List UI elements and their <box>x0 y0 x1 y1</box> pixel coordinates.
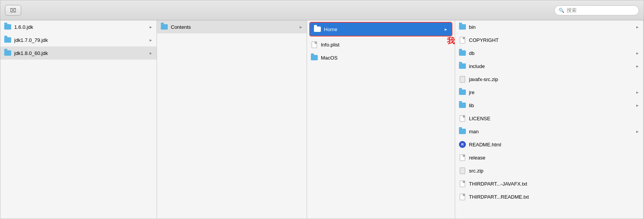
list-item[interactable]: bin ► <box>455 20 643 33</box>
column-3: Home ► Info.plist MacOS 我们想要的目录 <box>307 20 455 219</box>
column-3-content: Home ► Info.plist MacOS 我们想要的目录 <box>307 20 455 64</box>
toolbar: ⌧ 🔍 搜索 <box>0 0 644 20</box>
list-item[interactable]: THIRDPART...README.txt <box>455 190 643 203</box>
item-name: lib <box>469 103 632 108</box>
list-item[interactable]: jdk1.8.0_60.jdk ► <box>0 46 157 60</box>
folder-icon <box>459 89 466 95</box>
arrow-icon: ► <box>636 64 639 68</box>
folder-icon <box>459 50 466 56</box>
list-item[interactable]: man ► <box>455 125 643 138</box>
folder-icon <box>459 102 466 108</box>
list-item[interactable]: THIRDPART...-JAVAFX.txt <box>455 177 643 190</box>
arrow-icon: ► <box>444 27 448 32</box>
file-icon <box>459 76 466 82</box>
column-4: bin ► COPYRIGHT db ► include ► javafx-sr… <box>455 20 644 219</box>
list-item[interactable]: jre ► <box>455 86 643 99</box>
list-item[interactable]: release <box>455 151 643 164</box>
list-item-home[interactable]: Home ► <box>310 23 452 36</box>
item-name: Home <box>324 27 441 32</box>
search-icon: 🔍 <box>559 8 564 13</box>
list-item[interactable]: src.zip <box>455 164 643 177</box>
item-name: LICENSE <box>469 116 639 121</box>
list-item[interactable]: jdk1.7.0_79.jdk ► <box>0 33 157 46</box>
file-icon: R <box>459 141 466 148</box>
back-icon: ⌧ <box>10 7 16 13</box>
arrow-icon: ► <box>149 51 153 55</box>
list-item[interactable]: include ► <box>455 60 643 73</box>
item-name: src.zip <box>469 168 639 174</box>
arrow-icon: ► <box>636 25 639 29</box>
item-name: MacOS <box>321 55 451 61</box>
folder-icon <box>4 37 11 43</box>
back-button[interactable]: ⌧ <box>5 5 21 16</box>
folder-icon <box>161 24 168 30</box>
folder-icon <box>459 63 466 69</box>
list-item[interactable]: db ► <box>455 46 643 60</box>
list-item[interactable]: lib ► <box>455 99 643 112</box>
item-name: man <box>469 129 632 134</box>
home-wrapper: Home ► <box>307 20 455 38</box>
column-2: Contents ► <box>157 20 307 219</box>
content-area: 1.6.0.jdk ► jdk1.7.0_79.jdk ► jdk1.8.0_6… <box>0 20 644 219</box>
arrow-icon: ► <box>636 51 639 55</box>
arrow-icon: ► <box>636 103 639 108</box>
file-icon <box>459 37 466 43</box>
arrow-icon: ► <box>636 90 639 95</box>
file-icon <box>459 181 466 187</box>
file-icon <box>459 115 466 121</box>
item-name: THIRDPART...README.txt <box>469 194 639 200</box>
item-name: jre <box>469 90 632 95</box>
column-1: 1.6.0.jdk ► jdk1.7.0_79.jdk ► jdk1.8.0_6… <box>0 20 157 219</box>
file-icon <box>459 168 466 174</box>
list-item[interactable]: LICENSE <box>455 112 643 125</box>
item-name: jdk1.7.0_79.jdk <box>14 37 146 43</box>
folder-icon <box>311 55 318 61</box>
item-name: db <box>469 50 632 56</box>
item-name: Contents <box>171 24 296 30</box>
list-item[interactable]: 1.6.0.jdk ► <box>0 20 157 33</box>
arrow-icon: ► <box>299 25 303 29</box>
folder-icon <box>314 26 321 32</box>
list-item[interactable]: R README.html <box>455 138 643 151</box>
item-name: include <box>469 63 632 69</box>
folder-icon <box>4 24 11 30</box>
arrow-icon: ► <box>636 129 639 134</box>
search-label: 搜索 <box>567 7 577 14</box>
list-item[interactable]: Info.plist <box>307 38 455 51</box>
folder-icon <box>4 50 11 56</box>
list-item[interactable]: javafx-src.zip <box>455 73 643 86</box>
folder-icon <box>459 128 466 134</box>
list-item[interactable]: MacOS <box>307 51 455 64</box>
item-name: bin <box>469 24 632 30</box>
finder-window: ⌧ 🔍 搜索 1.6.0.jdk ► jdk1.7.0_79.jdk ► jdk… <box>0 0 644 219</box>
arrow-icon: ► <box>149 38 153 42</box>
home-selected-box: Home ► <box>309 22 452 36</box>
item-name: javafx-src.zip <box>469 76 639 82</box>
search-bar[interactable]: 🔍 搜索 <box>554 5 639 15</box>
item-name: Info.plist <box>321 42 451 48</box>
folder-icon <box>459 24 466 30</box>
item-name: 1.6.0.jdk <box>14 24 146 30</box>
file-icon <box>459 194 466 200</box>
item-name: README.html <box>469 142 639 148</box>
item-name: THIRDPART...-JAVAFX.txt <box>469 181 639 187</box>
item-name: release <box>469 155 639 161</box>
file-icon <box>311 41 318 48</box>
item-name: COPYRIGHT <box>469 37 639 43</box>
arrow-icon: ► <box>149 25 153 29</box>
list-item[interactable]: Contents ► <box>157 20 307 33</box>
file-icon <box>459 154 466 161</box>
list-item[interactable]: COPYRIGHT <box>455 33 643 46</box>
item-name: jdk1.8.0_60.jdk <box>14 50 146 56</box>
